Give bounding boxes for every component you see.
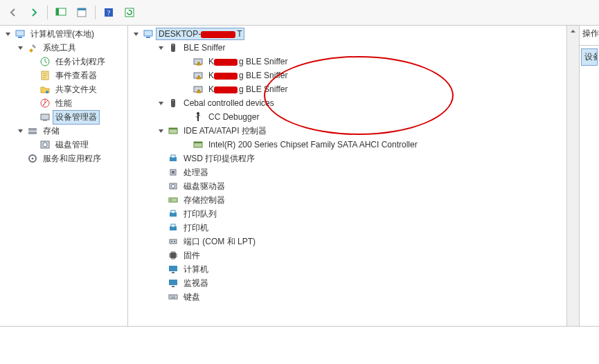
- device-item[interactable]: Cebal controlled devices: [143, 96, 564, 110]
- device-item[interactable]: IDE ATA/ATAPI 控制器: [143, 124, 564, 138]
- svg-rect-59: [169, 295, 177, 299]
- device-item-label: CC Debugger: [206, 111, 262, 123]
- tree-item-label: 性能: [53, 96, 75, 111]
- chevron-down-icon[interactable]: [156, 98, 166, 108]
- ble-icon: [168, 42, 179, 53]
- svg-rect-15: [43, 120, 47, 121]
- device-item[interactable]: 监视器: [143, 276, 564, 290]
- tree-item-系统工具[interactable]: 系统工具: [12, 41, 127, 55]
- chevron-down-icon[interactable]: [15, 43, 25, 53]
- device-item[interactable]: 处理器: [143, 165, 564, 179]
- usb-icon: [193, 111, 204, 122]
- printer-icon: [168, 222, 179, 233]
- redaction-icon: [214, 59, 238, 66]
- tree-item-共享文件夹[interactable]: 共享文件夹: [25, 82, 127, 96]
- tree-item-性能[interactable]: 性能: [25, 96, 127, 110]
- tree-item-服务和应用程序[interactable]: 服务和应用程序: [12, 152, 127, 165]
- tree-item-存储[interactable]: 存储: [12, 124, 127, 138]
- svg-rect-36: [169, 128, 177, 129]
- refresh-icon[interactable]: [120, 3, 138, 21]
- device-item[interactable]: WSD 打印提供程序: [143, 152, 564, 165]
- actions-pane: 操作 设备: [580, 26, 599, 326]
- device-item[interactable]: CC Debugger: [156, 110, 564, 124]
- nav-back-icon[interactable]: [4, 3, 22, 21]
- port-icon: [168, 236, 179, 247]
- redaction-icon: [214, 87, 238, 93]
- device-item-label: 打印机: [181, 221, 211, 235]
- toolbar-separator: [47, 6, 48, 19]
- svg-rect-53: [174, 241, 175, 242]
- chevron-down-icon[interactable]: [131, 29, 141, 39]
- device-item-label: BLE Sniffer: [181, 42, 228, 54]
- svg-rect-48: [171, 210, 175, 213]
- device-item[interactable]: !Kg BLE Sniffer: [156, 55, 564, 69]
- tree-item-label: 服务和应用程序: [40, 152, 104, 166]
- help-icon[interactable]: ?: [100, 3, 118, 21]
- svg-rect-51: [170, 239, 177, 244]
- device-item[interactable]: !Kg BLE Sniffer: [156, 82, 564, 96]
- tree-item-磁盘管理[interactable]: 磁盘管理: [25, 138, 127, 152]
- device-item-label: 磁盘驱动器: [181, 179, 228, 194]
- device-item[interactable]: 打印机: [143, 221, 564, 235]
- chevron-down-icon[interactable]: [156, 126, 166, 136]
- device-item[interactable]: 存储控制器: [143, 193, 564, 207]
- svg-point-33: [172, 100, 174, 101]
- svg-rect-14: [41, 114, 49, 120]
- device-item[interactable]: BLE Sniffer: [143, 41, 564, 55]
- svg-rect-54: [170, 253, 176, 258]
- storage-icon: [27, 125, 38, 136]
- ble-icon: [168, 98, 179, 109]
- device-item[interactable]: 计算机: [143, 262, 564, 276]
- nav-forward-icon[interactable]: [25, 3, 43, 21]
- redaction-icon: [214, 73, 238, 80]
- tree-item-任务计划程序[interactable]: 任务计划程序: [25, 55, 127, 69]
- svg-rect-45: [169, 198, 177, 202]
- svg-rect-56: [172, 272, 175, 273]
- device-tree-pane: DESKTOP-TBLE Sniffer!Kg BLE Sniffer!Kg B…: [128, 26, 567, 326]
- actions-item[interactable]: 设备: [581, 48, 598, 66]
- device-item-label: Intel(R) 200 Series Chipset Family SATA …: [206, 138, 420, 151]
- svg-rect-57: [169, 280, 177, 285]
- device-item[interactable]: !Kg BLE Sniffer: [156, 69, 564, 82]
- svg-text:?: ?: [107, 9, 111, 17]
- properties-icon[interactable]: [73, 3, 91, 21]
- svg-point-19: [43, 143, 47, 147]
- device-item[interactable]: 固件: [143, 248, 564, 262]
- device-item[interactable]: 磁盘驱动器: [143, 179, 564, 193]
- device-item-label: 键盘: [181, 290, 203, 304]
- show-hide-console-icon[interactable]: [52, 3, 70, 21]
- svg-rect-17: [28, 131, 37, 134]
- vertical-scrollbar[interactable]: [567, 26, 580, 326]
- chevron-down-icon[interactable]: [15, 126, 25, 136]
- event-icon: [39, 70, 51, 81]
- bottom-bar: [0, 326, 599, 364]
- tree-item-label: 存储: [40, 124, 62, 138]
- scroll-up-icon[interactable]: [567, 26, 579, 37]
- device-item-label: 处理器: [181, 165, 211, 180]
- tree-item-设备管理器[interactable]: 设备管理器: [25, 110, 127, 124]
- chevron-down-icon[interactable]: [3, 29, 12, 39]
- services-icon: [27, 153, 38, 164]
- svg-rect-3: [78, 8, 86, 10]
- tree-item-事件查看器[interactable]: 事件查看器: [25, 69, 127, 82]
- device-item[interactable]: 端口 (COM 和 LPT): [143, 235, 564, 248]
- device-item[interactable]: 打印队列: [143, 207, 564, 221]
- device-item-label: 打印队列: [181, 207, 220, 221]
- chevron-down-icon[interactable]: [156, 43, 166, 53]
- svg-rect-38: [194, 142, 202, 143]
- tree-item-计算机管理(本地)[interactable]: 计算机管理(本地): [0, 27, 127, 41]
- svg-point-25: [172, 44, 174, 46]
- device-item-label: Kg BLE Sniffer: [206, 55, 291, 68]
- warn-dev-icon: !: [193, 70, 204, 81]
- tree-item-label: 共享文件夹: [53, 82, 100, 97]
- svg-rect-40: [171, 155, 175, 158]
- printer-icon: [168, 208, 179, 219]
- device-item[interactable]: 键盘: [143, 290, 564, 304]
- svg-rect-22: [144, 30, 152, 36]
- storage-ctrl-icon: [168, 194, 179, 206]
- device-item[interactable]: Intel(R) 200 Series Chipset Family SATA …: [156, 138, 564, 152]
- svg-text:!: !: [198, 89, 199, 93]
- redaction-icon: [201, 31, 235, 38]
- device-item-label: 端口 (COM 和 LPT): [181, 235, 258, 249]
- device-item[interactable]: DESKTOP-T: [131, 27, 564, 41]
